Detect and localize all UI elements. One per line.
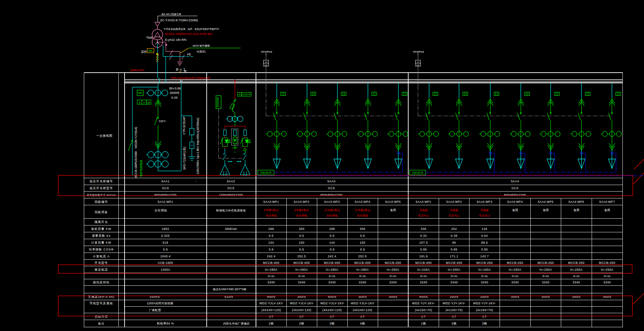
svg-text:800x800x2200: 800x800x2200 xyxy=(321,193,343,197)
svg-text:充电桩: 充电桩 xyxy=(450,209,459,212)
svg-text:144: 144 xyxy=(268,241,274,244)
svg-text:0.9: 0.9 xyxy=(330,248,335,251)
svg-text:备注: 备注 xyxy=(98,322,105,325)
svg-text:3340: 3340 xyxy=(511,281,519,284)
svg-text:WDZ-YJLV-1KV: WDZ-YJLV-1KV xyxy=(290,302,313,305)
svg-text:5AA4:WP1: 5AA4:WP1 xyxy=(416,200,431,204)
svg-text:脱扣器特性: 脱扣器特性 xyxy=(93,281,110,284)
svg-text:WDZ-YJY-1KV-: WDZ-YJY-1KV- xyxy=(412,302,435,305)
svg-text:3340: 3340 xyxy=(481,281,488,284)
svg-text:800x800x2200: 800x800x2200 xyxy=(504,193,526,197)
svg-text:5AA4:WP6: 5AA4:WP6 xyxy=(569,200,584,204)
svg-text:3340: 3340 xyxy=(572,281,580,284)
svg-text:In=160A: In=160A xyxy=(478,268,491,271)
svg-text:610/5: 610/5 xyxy=(225,295,233,298)
svg-text:KA: KA xyxy=(416,64,420,66)
svg-text:MCCB-400: MCCB-400 xyxy=(415,261,432,265)
svg-text:MCCB-100R25/3300: MCCB-100R25/3300 xyxy=(134,151,138,178)
svg-text:0.2S: 0.2S xyxy=(171,96,178,99)
svg-text:TM6: TM6 xyxy=(146,36,153,39)
svg-text:ACB-1600: ACB-1600 xyxy=(158,261,173,265)
svg-text:装机容量 KW: 装机容量 KW xyxy=(91,227,111,231)
svg-text:WDZ-YJLV-1KV: WDZ-YJLV-1KV xyxy=(320,302,344,305)
svg-text:温控: 温控 xyxy=(141,50,147,53)
svg-text:WK: WK xyxy=(149,49,153,52)
svg-text:171.1: 171.1 xyxy=(450,255,459,258)
svg-text:5AA3:WP2: 5AA3:WP2 xyxy=(294,200,309,204)
svg-text:GCS: GCS xyxy=(162,186,169,190)
svg-text:计算容量 KW: 计算容量 KW xyxy=(91,241,111,244)
svg-text:A: A xyxy=(139,101,141,104)
svg-text:低压开关柜型号: 低压开关柜型号 xyxy=(89,186,113,190)
svg-text:TMY-3x(100x10)+2(80x8.3): TMY-3x(100x10)+2(80x8.3) xyxy=(170,76,210,80)
svg-text:0.9: 0.9 xyxy=(269,248,274,251)
svg-text:In=280A: In=280A xyxy=(295,268,308,271)
svg-text:2QF3: 2QF3 xyxy=(159,120,166,123)
svg-text:MCCB-250: MCCB-250 xyxy=(599,261,615,265)
svg-text:CT: CT xyxy=(421,315,426,318)
svg-text:5AA4:WP2: 5AA4:WP2 xyxy=(446,200,462,204)
svg-text:0.9: 0.9 xyxy=(360,248,365,251)
svg-text:96: 96 xyxy=(452,241,456,244)
svg-text:5AA2: 5AA2 xyxy=(227,180,235,183)
svg-text:350/5: 350/5 xyxy=(297,295,306,298)
svg-text:WDZ-YJLV-1KV: WDZ-YJLV-1KV xyxy=(351,302,374,305)
svg-text:吸合SANKT480-30/7*3铜: 吸合SANKT480-30/7*3铜 xyxy=(213,288,246,291)
svg-text:400/5: 400/5 xyxy=(328,295,336,298)
svg-text:由4 AK2 回路引来: 由4 AK2 回路引来 xyxy=(162,13,181,16)
svg-text:5CDAL2: 5CDAL2 xyxy=(449,214,460,217)
svg-text:300/5: 300/5 xyxy=(572,295,581,298)
svg-text:In=250A: In=250A xyxy=(570,268,583,271)
svg-text:COS Φ: COS Φ xyxy=(243,93,250,96)
svg-text:住宅用电: 住宅用电 xyxy=(357,214,368,217)
svg-text:In=280A: In=280A xyxy=(326,268,338,271)
svg-text:备用: 备用 xyxy=(390,208,396,212)
svg-text:(4x150+70): (4x150+70) xyxy=(415,308,432,312)
svg-text:Il=In: Il=In xyxy=(451,274,458,278)
svg-text:住宅用电: 住宅用电 xyxy=(265,214,277,217)
svg-text:移相电力补偿电容器组: 移相电力补偿电容器组 xyxy=(216,209,246,212)
svg-text:390kVar: 390kVar xyxy=(225,227,237,231)
svg-text:WDZB-YJY(5x4): WDZB-YJY(5x4) xyxy=(134,127,138,148)
svg-text:5AA1:WP1: 5AA1:WP1 xyxy=(158,200,173,204)
svg-text:Il=In: Il=In xyxy=(359,274,366,278)
svg-text:11号楼1单元: 11号楼1单元 xyxy=(324,209,340,212)
svg-text:3340: 3340 xyxy=(542,281,550,284)
svg-text:150: 150 xyxy=(299,241,304,244)
svg-text:N(蓝绿): N(蓝绿) xyxy=(197,50,206,53)
svg-text:1040.4: 1040.4 xyxy=(160,255,170,258)
svg-text:150: 150 xyxy=(360,241,365,244)
svg-text:备用: 备用 xyxy=(512,208,518,212)
svg-text:9号楼2单元: 9号楼2单元 xyxy=(295,209,309,212)
svg-text:HSAD-R: HSAD-R xyxy=(412,171,423,174)
svg-text:800x800x2200: 800x800x2200 xyxy=(154,193,176,197)
svg-text:0.5: 0.5 xyxy=(360,234,365,237)
svg-text:(4X240+120): (4X240+120) xyxy=(353,308,372,312)
svg-text:SCB14 1000kVA/10 ±2x2.5%/0.4k: SCB14 1000kVA/10 ±2x2.5%/0.4kV xyxy=(165,32,212,36)
svg-text:0.64: 0.64 xyxy=(481,234,488,237)
svg-text:WDZ-YJLV-1KV: WDZ-YJLV-1KV xyxy=(259,302,283,305)
svg-text:250/5: 250/5 xyxy=(480,295,489,298)
svg-text:In=250A: In=250A xyxy=(539,268,552,271)
svg-text:A: A xyxy=(239,93,240,96)
svg-text:5CDAL1: 5CDAL1 xyxy=(418,214,429,217)
svg-text:252.5: 252.5 xyxy=(358,255,367,258)
svg-text:5AA4:WP4: 5AA4:WP4 xyxy=(507,200,523,204)
svg-text:350/5: 350/5 xyxy=(358,295,367,298)
svg-text:PE: PE xyxy=(187,53,191,56)
svg-text:MCCB-250: MCCB-250 xyxy=(476,261,493,265)
svg-text:CT: CT xyxy=(482,315,487,318)
svg-text:2000A/4P: 2000A/4P xyxy=(130,68,144,72)
svg-text:(4x150+70): (4x150+70) xyxy=(446,308,463,312)
svg-text:3340: 3340 xyxy=(420,281,427,284)
svg-text:互感器(BH-0.66): 互感器(BH-0.66) xyxy=(88,295,114,298)
svg-text:252.5: 252.5 xyxy=(297,255,306,258)
svg-text:WDZ-YJY-1KV-: WDZ-YJY-1KV- xyxy=(473,302,496,305)
svg-text:住宅用电: 住宅用电 xyxy=(154,209,167,212)
svg-text:400/5: 400/5 xyxy=(267,295,275,298)
svg-text:0.38: 0.38 xyxy=(451,234,457,237)
svg-text:充电桩: 充电桩 xyxy=(480,209,489,212)
svg-text:3340: 3340 xyxy=(359,281,366,284)
svg-text:5AA1: 5AA1 xyxy=(162,180,170,183)
svg-text:288: 288 xyxy=(329,227,335,231)
